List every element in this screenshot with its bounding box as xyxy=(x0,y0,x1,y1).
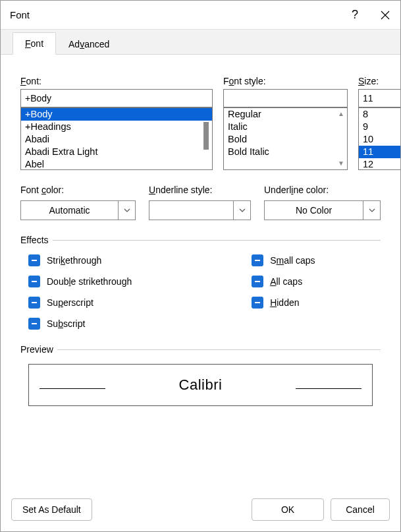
checkbox-indeterminate-icon xyxy=(28,297,40,309)
preview-box: Calibri xyxy=(28,364,373,406)
underline-style-label: Underline style: xyxy=(149,185,251,195)
close-icon xyxy=(381,11,390,20)
preview-sample: Calibri xyxy=(179,376,223,394)
help-button[interactable]: ? xyxy=(340,1,370,30)
underline-color-combo[interactable]: No Color xyxy=(264,200,381,220)
checkbox-indeterminate-icon xyxy=(28,254,40,266)
list-item[interactable]: Bold xyxy=(224,133,347,146)
cancel-button[interactable]: Cancel xyxy=(331,498,390,521)
dialog-footer: Set As Default OK Cancel xyxy=(1,490,400,531)
font-style-input[interactable] xyxy=(223,89,348,107)
subscript-checkbox[interactable]: Subscript xyxy=(28,318,244,330)
hidden-checkbox[interactable]: Hidden xyxy=(252,297,381,309)
underline-color-value: No Color xyxy=(265,205,363,216)
dialog-title: Font xyxy=(10,9,340,20)
checkbox-indeterminate-icon xyxy=(252,276,263,287)
tab-strip: Font Advanced xyxy=(1,30,400,55)
size-listbox[interactable]: 8 9 10 11 12 xyxy=(358,107,401,170)
superscript-checkbox[interactable]: Superscript xyxy=(28,297,244,309)
scroll-up-icon[interactable]: ▲ xyxy=(338,111,344,117)
ok-button[interactable]: OK xyxy=(252,498,324,521)
list-item[interactable]: 9 xyxy=(359,121,401,133)
scrollbar-thumb[interactable] xyxy=(203,122,209,150)
effects-group: Effects Strikethrough Double strikethrou… xyxy=(20,235,381,330)
style-scrollbar[interactable]: ▲ ▼ xyxy=(335,108,347,169)
checkbox-indeterminate-icon xyxy=(252,254,263,266)
checkbox-indeterminate-icon xyxy=(28,318,40,330)
list-item[interactable]: Regular xyxy=(224,108,347,121)
set-as-default-button[interactable]: Set As Default xyxy=(11,498,92,521)
list-item[interactable]: 8 xyxy=(359,108,401,121)
font-style-label: Font style: xyxy=(223,76,348,86)
effects-title: Effects xyxy=(20,235,49,245)
font-scrollbar[interactable] xyxy=(200,108,212,169)
chevron-down-icon xyxy=(233,201,250,220)
all-caps-checkbox[interactable]: All caps xyxy=(252,276,381,287)
dialog-content: Font: +Body +Headings Abadi Abadi Extra … xyxy=(1,55,400,490)
chevron-down-icon xyxy=(363,201,380,220)
strikethrough-checkbox[interactable]: Strikethrough xyxy=(28,254,244,266)
preview-title: Preview xyxy=(20,344,53,355)
small-caps-checkbox[interactable]: Small caps xyxy=(252,254,381,266)
close-button[interactable] xyxy=(370,1,400,30)
underline-color-label: Underline color: xyxy=(264,185,381,195)
font-style-listbox[interactable]: Regular Italic Bold Bold Italic ▲ ▼ xyxy=(223,107,348,170)
font-input[interactable] xyxy=(20,89,213,107)
size-label: Size: xyxy=(358,76,401,86)
double-strikethrough-checkbox[interactable]: Double strikethrough xyxy=(28,276,244,287)
underline-style-combo[interactable] xyxy=(149,200,251,220)
font-color-value: Automatic xyxy=(21,205,118,216)
list-item[interactable]: Abel xyxy=(21,158,212,170)
font-listbox[interactable]: +Body +Headings Abadi Abadi Extra Light … xyxy=(20,107,213,170)
font-label: Font: xyxy=(20,76,213,86)
list-item[interactable]: 11 xyxy=(359,146,401,158)
font-color-label: Font color: xyxy=(20,185,136,195)
list-item[interactable]: +Headings xyxy=(21,121,212,133)
list-item[interactable]: Italic xyxy=(224,121,347,133)
preview-group: Preview Calibri xyxy=(20,344,381,406)
list-item[interactable]: Bold Italic xyxy=(224,146,347,158)
help-icon: ? xyxy=(352,8,358,22)
checkbox-indeterminate-icon xyxy=(28,276,40,287)
list-item[interactable]: 12 xyxy=(359,158,401,170)
list-item[interactable]: Abadi xyxy=(21,133,212,146)
tab-font[interactable]: Font xyxy=(13,32,56,55)
chevron-down-icon xyxy=(118,201,135,220)
scroll-down-icon[interactable]: ▼ xyxy=(338,160,344,167)
titlebar: Font ? xyxy=(1,1,400,30)
list-item[interactable]: 10 xyxy=(359,133,401,146)
size-input[interactable] xyxy=(358,89,401,107)
tab-advanced[interactable]: Advanced xyxy=(56,33,122,55)
font-color-combo[interactable]: Automatic xyxy=(20,200,136,220)
list-item[interactable]: +Body xyxy=(21,108,212,121)
list-item[interactable]: Abadi Extra Light xyxy=(21,146,212,158)
checkbox-indeterminate-icon xyxy=(252,297,263,309)
